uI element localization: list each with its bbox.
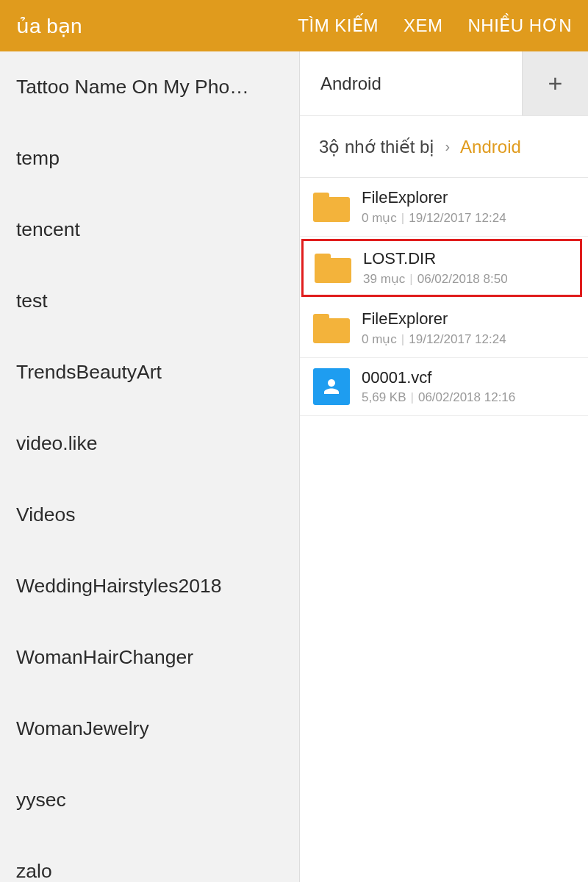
tab-bar: Android + xyxy=(300,51,588,116)
file-meta: FileExplorer 0 mục|19/12/2017 12:24 xyxy=(362,309,573,347)
plus-icon: + xyxy=(548,69,563,98)
folder-item[interactable]: zalo xyxy=(0,836,299,882)
file-list: FileExplorer 0 mục|19/12/2017 12:24 LOST… xyxy=(300,178,588,882)
folder-item[interactable]: video.like xyxy=(0,408,299,479)
folder-item[interactable]: Tattoo Name On My Pho… xyxy=(0,51,299,123)
more-action[interactable]: NHIỀU HƠN xyxy=(468,15,573,36)
file-name: 00001.vcf xyxy=(362,368,573,387)
file-row[interactable]: FileExplorer 0 mục|19/12/2017 12:24 xyxy=(300,299,588,358)
folder-item[interactable]: test xyxy=(0,265,299,337)
detail-panel: Android + 3ộ nhớ thiết bị › Android File… xyxy=(300,51,588,882)
file-subinfo: 5,69 KB|06/02/2018 12:16 xyxy=(362,390,573,405)
file-meta: LOST.DIR 39 mục|06/02/2018 8:50 xyxy=(363,249,567,287)
folder-list-panel: Tattoo Name On My Pho… temp tencent test… xyxy=(0,51,300,882)
breadcrumb: 3ộ nhớ thiết bị › Android xyxy=(300,116,588,178)
content-area: Tattoo Name On My Pho… temp tencent test… xyxy=(0,51,588,882)
file-name: LOST.DIR xyxy=(363,249,567,268)
contact-icon xyxy=(313,368,350,405)
folder-icon xyxy=(313,193,350,222)
file-name: FileExplorer xyxy=(362,188,573,207)
header-actions: TÌM KIẾM XEM NHIỀU HƠN xyxy=(298,15,572,36)
folder-item[interactable]: WomanJewelry xyxy=(0,693,299,764)
tab-add[interactable]: + xyxy=(522,51,588,115)
folder-item[interactable]: yysec xyxy=(0,764,299,836)
file-row[interactable]: FileExplorer 0 mục|19/12/2017 12:24 xyxy=(300,178,588,237)
folder-item[interactable]: WomanHairChanger xyxy=(0,622,299,693)
folder-item[interactable]: WeddingHairstyles2018 xyxy=(0,551,299,622)
tab-android[interactable]: Android xyxy=(300,51,522,115)
folder-icon xyxy=(315,254,351,283)
view-action[interactable]: XEM xyxy=(404,15,443,36)
file-row-highlighted[interactable]: LOST.DIR 39 mục|06/02/2018 8:50 xyxy=(301,239,582,297)
file-subinfo: 39 mục|06/02/2018 8:50 xyxy=(363,271,567,287)
breadcrumb-root[interactable]: 3ộ nhớ thiết bị xyxy=(319,137,434,157)
app-header: ủa bạn TÌM KIẾM XEM NHIỀU HƠN xyxy=(0,0,588,51)
file-meta: FileExplorer 0 mục|19/12/2017 12:24 xyxy=(362,188,573,226)
folder-item[interactable]: Videos xyxy=(0,479,299,551)
folder-icon xyxy=(313,314,350,343)
folder-item[interactable]: tencent xyxy=(0,194,299,265)
search-action[interactable]: TÌM KIẾM xyxy=(298,15,379,36)
file-row[interactable]: 00001.vcf 5,69 KB|06/02/2018 12:16 xyxy=(300,358,588,416)
file-subinfo: 0 mục|19/12/2017 12:24 xyxy=(362,331,573,347)
header-title: ủa bạn xyxy=(16,14,82,38)
chevron-right-icon: › xyxy=(445,138,450,155)
file-meta: 00001.vcf 5,69 KB|06/02/2018 12:16 xyxy=(362,368,573,405)
file-subinfo: 0 mục|19/12/2017 12:24 xyxy=(362,210,573,226)
breadcrumb-current[interactable]: Android xyxy=(460,137,521,157)
folder-item[interactable]: temp xyxy=(0,123,299,194)
folder-item[interactable]: TrendsBeautyArt xyxy=(0,337,299,408)
file-name: FileExplorer xyxy=(362,309,573,329)
